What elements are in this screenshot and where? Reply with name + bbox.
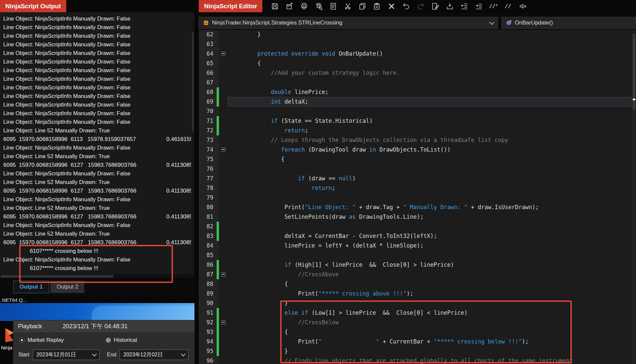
outdent-icon[interactable] xyxy=(460,2,469,11)
code-line-90[interactable]: 90 } xyxy=(199,298,636,308)
output-log-line: Line Object: NinjaScriptInfo Manually Dr… xyxy=(0,58,194,66)
code-line-80[interactable]: 80 Print("Line Object: " + draw.Tag + " … xyxy=(199,203,636,212)
output-horizontal-scrollbar[interactable] xyxy=(0,274,194,278)
code-line-86[interactable]: 86 if (High[1] < linePrice && Close[0] >… xyxy=(199,260,636,270)
start-date-select[interactable]: 2023年12月01日 xyxy=(33,349,100,360)
code-line-73[interactable]: 73 // Loops through the DrawObjects coll… xyxy=(199,135,636,145)
delete-icon[interactable] xyxy=(387,2,396,11)
code-line-89[interactable]: 89 Print("***** crossing above !!!"); xyxy=(199,289,636,298)
code-line-76[interactable]: 76 xyxy=(199,164,636,174)
code-line-66[interactable]: 66 //Add your custom strategy logic here… xyxy=(199,68,636,78)
line-number: 83 xyxy=(199,231,217,241)
edit-document-icon[interactable] xyxy=(431,2,440,11)
line-number: 66 xyxy=(199,68,217,78)
editor-window-title[interactable]: NinjaScript Editor xyxy=(199,0,262,12)
change-bar xyxy=(217,107,219,116)
code-line-71[interactable]: 71 if (State == State.Historical) xyxy=(199,116,636,126)
output-window-titlebar[interactable]: NinjaScript Output xyxy=(0,0,194,12)
code-line-63[interactable]: 63 xyxy=(199,39,636,49)
code-line-62[interactable]: 62 } xyxy=(199,30,636,39)
code-line-92[interactable]: 92 //CrossBelow xyxy=(199,318,636,327)
code-line-84[interactable]: 84 linePrice = leftY + (deltaX * lineSlo… xyxy=(199,241,636,250)
code-line-94[interactable]: 94 Print(" " + CurrentBar + "***** cross… xyxy=(199,337,636,346)
fold-collapse-icon[interactable] xyxy=(221,148,226,152)
fold-column xyxy=(219,87,228,97)
code-line-64[interactable]: 64 protected override void OnBarUpdate() xyxy=(199,49,636,59)
code-line-67[interactable]: 67 xyxy=(199,78,636,87)
paste-icon[interactable] xyxy=(372,2,381,11)
code-line-81[interactable]: 81 SetLinePoints(draw as DrawingTools.Li… xyxy=(199,212,636,222)
code-line-70[interactable]: 70 xyxy=(199,107,636,116)
code-line-72[interactable]: 72 return; xyxy=(199,126,636,135)
code-line-83[interactable]: 83 deltaX = CurrentBar - Convert.ToInt32… xyxy=(199,231,636,241)
code-line-69[interactable]: 69 int deltaX; xyxy=(199,97,636,107)
document-lines-icon[interactable] xyxy=(329,2,338,11)
code-line-95[interactable]: 95 } xyxy=(199,346,636,356)
code-line-74[interactable]: 74 foreach (DrawingTool draw in DrawObje… xyxy=(199,145,636,155)
print-icon[interactable] xyxy=(299,2,308,11)
code-editor[interactable]: 62 }6364 protected override void OnBarUp… xyxy=(199,30,636,364)
code-line-77[interactable]: 77 if (draw == null) xyxy=(199,174,636,183)
save-as-icon[interactable] xyxy=(285,2,294,11)
line-number: 72 xyxy=(199,126,217,135)
output-vertical-scrollbar[interactable] xyxy=(191,12,194,274)
line-number: 88 xyxy=(199,279,217,289)
output-log-line: Line Object: NinjaScriptInfo Manually Dr… xyxy=(0,255,194,264)
import-icon[interactable] xyxy=(445,2,454,11)
playback-titlebar[interactable]: Playback 2023/12/1 下午 04:48:31 xyxy=(13,320,194,332)
output-log-line: Line Object: NinjaScriptInfo Manually Dr… xyxy=(0,144,194,152)
code-line-82[interactable]: 82 xyxy=(199,222,636,231)
code-text: int deltaX; xyxy=(228,97,636,107)
code-text: return; xyxy=(228,183,636,193)
code-line-68[interactable]: 68 double linePrice; xyxy=(199,87,636,97)
output-log-line: Line Object: NinjaScriptInfo Manually Dr… xyxy=(0,101,194,109)
code-line-88[interactable]: 88 { xyxy=(199,279,636,289)
change-bar-indicator xyxy=(217,97,219,107)
redo-icon[interactable] xyxy=(416,2,425,11)
cut-icon[interactable] xyxy=(343,2,352,11)
fold-collapse-icon[interactable] xyxy=(221,272,226,277)
code-line-93[interactable]: 93 { xyxy=(199,327,636,337)
method-selector-dropdown[interactable]: OnBarUpdate() xyxy=(502,17,636,29)
code-line-87[interactable]: 87 //CrossAbove xyxy=(199,270,636,279)
output-log-list[interactable]: Line Object: NinjaScriptInfo Manually Dr… xyxy=(0,12,194,274)
indent-icon[interactable] xyxy=(474,2,483,11)
line-number: 70 xyxy=(199,107,217,116)
change-bar xyxy=(217,78,219,87)
output-window-title[interactable]: NinjaScript Output xyxy=(0,0,66,12)
code-line-75[interactable]: 75 { xyxy=(199,155,636,164)
code-text: foreach (DrawingTool draw in DrawObjects… xyxy=(228,145,636,155)
comment-selection-icon[interactable]: //+ xyxy=(489,2,498,11)
editor-vertical-scrollbar[interactable] xyxy=(632,30,636,364)
code-line-91[interactable]: 91 else if (Low[1] > linePrice && Close[… xyxy=(199,308,636,318)
class-selector-dropdown[interactable]: NinjaTrader.NinjaScript.Strategies.STRLi… xyxy=(199,17,498,29)
tab-output-2[interactable]: Output 2 xyxy=(50,281,84,293)
code-line-78[interactable]: 78 return; xyxy=(199,183,636,193)
fold-collapse-icon[interactable] xyxy=(221,52,226,56)
code-text: } xyxy=(228,30,636,39)
output-log-line: Line Object: NinjaScriptInfo Manually Dr… xyxy=(0,15,194,23)
mute-compile-icon[interactable] xyxy=(518,2,527,11)
code-line-79[interactable]: 79 xyxy=(199,193,636,203)
print-preview-icon[interactable] xyxy=(314,2,323,11)
tab-output-1[interactable]: Output 1 xyxy=(13,281,49,293)
copy-icon[interactable] xyxy=(358,2,367,11)
editor-titlebar[interactable]: NinjaScript Editor //+// xyxy=(199,0,636,12)
radio-market-replay[interactable]: Market Replay xyxy=(19,337,64,343)
code-line-65[interactable]: 65 { xyxy=(199,59,636,68)
scrollbar-thumb[interactable] xyxy=(1,275,113,278)
line-number: 90 xyxy=(199,298,217,308)
end-date-select[interactable]: 2023年12月02日 xyxy=(120,349,188,360)
code-line-96[interactable]: 96 // Finds line objects that are attach… xyxy=(199,356,636,364)
code-text: //CrossAbove xyxy=(228,270,636,279)
method-icon xyxy=(506,20,512,26)
radio-historical[interactable]: Historical xyxy=(106,337,137,343)
undo-icon[interactable] xyxy=(401,2,410,11)
change-bar xyxy=(217,155,219,164)
breadcrumb-divider xyxy=(498,17,502,29)
scrollbar-thumb[interactable] xyxy=(192,32,194,131)
fold-collapse-icon[interactable] xyxy=(221,320,226,325)
save-icon[interactable] xyxy=(270,2,279,11)
code-line-85[interactable]: 85 xyxy=(199,250,636,260)
uncomment-selection-icon[interactable]: // xyxy=(504,2,512,11)
